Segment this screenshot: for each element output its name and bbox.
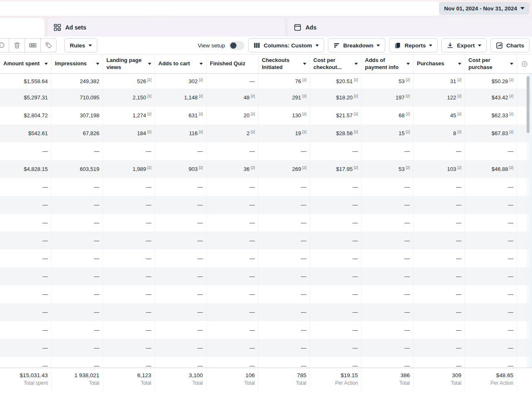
rules-button[interactable]: Rules (64, 38, 97, 52)
table-cell: 526[2] (103, 74, 155, 89)
table-row[interactable]: —————————— (0, 357, 532, 368)
sort-chevron-icon[interactable] (148, 63, 151, 65)
column-header[interactable]: Amount spent (0, 54, 52, 73)
sort-chevron-icon[interactable] (458, 63, 461, 65)
tab-ads[interactable]: Ads (288, 18, 532, 37)
table-row[interactable]: $542.6167,826184[2]116[2]2[2]19[2]$28.56… (0, 124, 532, 142)
table-cell: — (155, 285, 207, 303)
table-cell: $542.61 (0, 124, 52, 142)
ab-test-button[interactable] (25, 38, 41, 52)
column-header[interactable]: Adds of payment info (362, 54, 414, 73)
view-setup-toggle[interactable] (229, 41, 244, 50)
table-row[interactable]: $2,804.72307,1981,274[2]631[2]20[2]130[2… (0, 106, 532, 124)
attribution-note: [2] (354, 78, 358, 82)
table-cell: — (259, 339, 310, 357)
table-row[interactable]: $5,297.31710,0952,150[2]1,148[2]48[2]291… (0, 89, 532, 106)
sort-chevron-icon[interactable] (406, 63, 410, 65)
table-cell: — (310, 357, 362, 368)
table-cell-spacer (517, 89, 532, 106)
table-row[interactable]: —————————— (0, 250, 532, 267)
column-header-label: Cost per checkout... (313, 57, 353, 71)
table-row[interactable]: $4,828.15603,5191,989[2]903[2]36[2]269[2… (0, 160, 532, 178)
column-header[interactable]: Purchases (414, 54, 465, 73)
sort-chevron-icon[interactable] (200, 63, 203, 65)
total-cell: 785Total (259, 368, 310, 393)
table-cell: $67.83[2] (465, 124, 517, 142)
total-cell: 106Total (207, 368, 259, 393)
sort-chevron-icon[interactable] (303, 63, 306, 65)
column-header[interactable]: Finished Quiz (207, 54, 259, 73)
tag-button[interactable] (41, 38, 57, 52)
sort-chevron-icon[interactable] (44, 63, 48, 65)
top-bar: Nov 01, 2024 - Nov 31, 2024 (0, 0, 532, 17)
charts-label: Charts (506, 42, 524, 49)
table-row[interactable]: —————————— (0, 214, 532, 232)
table-cell: $4,828.15 (0, 160, 52, 178)
attribution-note: [2] (458, 166, 461, 170)
vertical-scrollbar[interactable] (527, 76, 530, 133)
table-row[interactable]: —————————— (0, 232, 532, 250)
table-cell: 36[2] (207, 160, 259, 178)
attribution-note: [2] (406, 112, 410, 116)
attribution-note: [2] (458, 78, 461, 82)
table-cell: — (52, 303, 103, 321)
table-cell: — (414, 285, 465, 303)
table-cell: — (310, 250, 362, 267)
table-cell: — (362, 357, 414, 368)
chevron-down-icon (89, 44, 92, 47)
sort-chevron-icon[interactable] (355, 63, 358, 65)
table-cell-spacer (517, 196, 532, 214)
columns-button[interactable]: Columns: Custom (248, 38, 324, 52)
undo-button[interactable] (0, 38, 9, 52)
columns-label: Columns: Custom (264, 42, 312, 49)
charts-button[interactable]: Charts (490, 38, 530, 52)
table-row[interactable]: $1,558.64249,382526[2]302[2]—76[2]$20.51… (0, 74, 532, 89)
table-cell: 103[2] (414, 160, 465, 178)
sort-chevron-icon[interactable] (510, 63, 513, 65)
attribution-note: [2] (354, 166, 358, 170)
table-cell-spacer (517, 303, 532, 321)
table-row[interactable]: —————————— (0, 339, 532, 357)
table-cell: — (259, 232, 310, 250)
attribution-note: [2] (199, 112, 203, 116)
level-tabs: Ad sets Ads (0, 17, 532, 37)
table-cell: $17.95[2] (310, 160, 362, 178)
table-row[interactable]: —————————— (0, 142, 532, 160)
export-button[interactable]: Export (441, 38, 487, 52)
table-row[interactable]: —————————— (0, 178, 532, 196)
column-header[interactable]: Landing page views (103, 54, 155, 73)
table-cell: — (362, 250, 414, 267)
table-cell: — (362, 214, 414, 232)
date-range-selector[interactable]: Nov 01, 2024 - Nov 31, 2024 (439, 2, 530, 15)
breakdown-button[interactable]: Breakdown (328, 38, 386, 52)
global-search-bar[interactable] (0, 2, 441, 16)
table-cell: — (103, 250, 155, 267)
delete-button[interactable] (9, 38, 25, 52)
reports-button[interactable]: Reports (389, 38, 438, 52)
column-header[interactable]: Adds to cart (155, 54, 207, 73)
table-cell: — (103, 267, 155, 285)
tab-ad-sets[interactable]: Ad sets (48, 18, 285, 37)
table-cell: — (362, 267, 414, 285)
table-cell: — (259, 321, 310, 339)
column-header[interactable]: Impressions (52, 54, 103, 73)
chevron-down-icon (520, 7, 525, 10)
tab-campaigns[interactable] (0, 18, 44, 37)
total-label: Per Action (490, 380, 513, 386)
table-cell: 197[2] (362, 89, 414, 106)
column-header[interactable]: Cost per purchase (465, 54, 517, 73)
table-cell: — (103, 196, 155, 214)
table-row[interactable]: —————————— (0, 303, 532, 321)
sort-chevron-icon[interactable] (96, 63, 99, 65)
table-cell: — (52, 196, 103, 214)
column-header[interactable]: Cost per checkout... (310, 54, 362, 73)
table-row[interactable]: —————————— (0, 285, 532, 303)
column-header[interactable]: Checkouts Initiated (259, 54, 310, 73)
table-cell: — (103, 142, 155, 160)
table-row[interactable]: —————————— (0, 267, 532, 285)
table-row[interactable]: —————————— (0, 321, 532, 339)
table-cell-spacer (517, 357, 532, 368)
table-row[interactable]: —————————— (0, 196, 532, 214)
add-column-button[interactable] (517, 54, 532, 73)
table-cell: — (207, 339, 259, 357)
